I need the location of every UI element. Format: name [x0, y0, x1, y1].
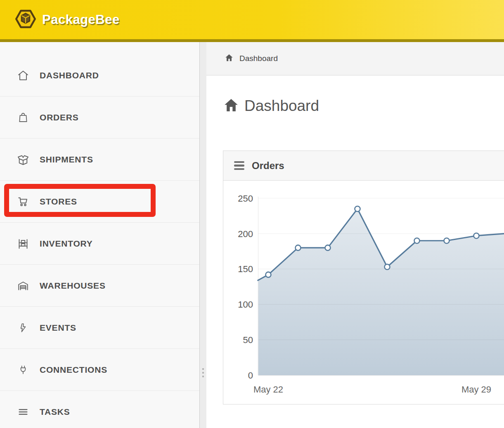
sidebar-splitter[interactable] [200, 42, 206, 428]
sidebar-item-warehouses[interactable]: WAREHOUSES [0, 265, 199, 307]
orders-card-header: Orders [223, 151, 504, 181]
svg-text:200: 200 [238, 229, 253, 239]
home-icon [17, 69, 30, 82]
sidebar-item-stores[interactable]: STORES [0, 181, 199, 223]
brand[interactable]: PackageBee [15, 8, 120, 31]
main-content: Dashboard Dashboard Orders 0501001502002… [206, 42, 504, 428]
home-icon [225, 53, 234, 64]
svg-text:150: 150 [238, 264, 253, 274]
sidebar-item-label: DASHBOARD [40, 71, 99, 80]
sidebar-item-label: EVENTS [40, 323, 76, 333]
open-package-icon [17, 153, 30, 166]
sidebar-item-orders[interactable]: ORDERS [0, 96, 199, 139]
shelf-icon [17, 237, 30, 250]
sidebar-item-connections[interactable]: CONNECTIONS [0, 349, 199, 391]
sidebar-item-label: INVENTORY [40, 239, 93, 249]
svg-text:May 29: May 29 [461, 384, 491, 395]
svg-text:0: 0 [248, 370, 253, 381]
sidebar-item-inventory[interactable]: INVENTORY [0, 223, 199, 265]
page-heading: Dashboard [223, 93, 504, 119]
sidebar-item-label: TASKS [40, 407, 70, 417]
sidebar: DASHBOARD ORDERS [0, 42, 200, 428]
splitter-handle-icon[interactable] [202, 368, 204, 377]
sidebar-nav: DASHBOARD ORDERS [0, 42, 199, 428]
brand-title: PackageBee [42, 12, 120, 27]
sidebar-item-label: CONNECTIONS [40, 365, 107, 375]
hexagon-cube-logo-icon [15, 8, 36, 31]
warehouse-icon [17, 279, 30, 292]
sidebar-item-events[interactable]: EVENTS [0, 307, 199, 349]
sidebar-item-label: ORDERS [40, 113, 79, 122]
home-icon [223, 97, 239, 115]
packagebee-app: PackageBee DASHBOARD [0, 0, 504, 428]
orders-chart: 050100150200250May 22May 29 [223, 181, 504, 404]
sidebar-item-label: STORES [40, 197, 77, 207]
lightning-bolt-icon [17, 321, 30, 334]
orders-card: Orders 050100150200250May 22May 29 [223, 151, 504, 404]
shopping-cart-icon [17, 195, 30, 208]
svg-text:50: 50 [243, 335, 253, 345]
sidebar-item-dashboard[interactable]: DASHBOARD [0, 54, 199, 96]
svg-text:250: 250 [238, 193, 253, 204]
shopping-bag-icon [17, 111, 30, 124]
breadcrumb: Dashboard [206, 42, 504, 75]
svg-text:May 22: May 22 [253, 384, 283, 395]
sidebar-item-shipments[interactable]: SHIPMENTS [0, 139, 199, 181]
app-header: PackageBee [0, 0, 504, 39]
orders-card-title: Orders [252, 160, 284, 172]
svg-text:100: 100 [238, 299, 253, 310]
sidebar-item-label: SHIPMENTS [40, 155, 93, 165]
hamburger-icon[interactable] [234, 161, 244, 170]
sidebar-item-tasks[interactable]: TASKS [0, 391, 199, 428]
list-icon [17, 405, 30, 419]
plug-icon [17, 363, 30, 376]
sidebar-item-label: WAREHOUSES [40, 281, 106, 291]
breadcrumb-item-dashboard[interactable]: Dashboard [225, 53, 278, 64]
header-accent-strip [0, 39, 504, 42]
breadcrumb-label: Dashboard [239, 54, 278, 63]
page-title: Dashboard [244, 97, 319, 115]
